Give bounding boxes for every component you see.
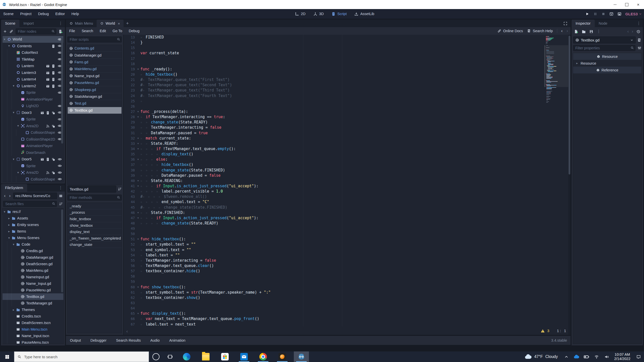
filter-nodes-input[interactable] [16,28,56,34]
breadcrumb[interactable]: res://Menu Scenes/Co [13,193,57,199]
sig-badge-icon[interactable] [46,170,50,175]
clap-badge-icon[interactable] [46,84,50,88]
taskbar-flstudio-button[interactable] [273,351,292,362]
fs-item-credits-tscn[interactable]: Credits.tscn [3,313,63,320]
grp-badge-icon[interactable] [51,110,55,115]
instance-scene-button[interactable] [9,29,13,33]
method-item--on-Tween-tween-completed[interactable]: _on_Tween_tween_completed [68,235,122,242]
sig-badge-icon[interactable] [46,124,50,128]
edited-object-selector[interactable]: TextBox.gd [573,36,636,43]
fold-arrow[interactable]: ▼ [136,285,140,290]
scene-node-lantern[interactable]: Lantern [3,63,63,69]
fold-arrow[interactable]: ▼ [136,215,140,221]
panel-menu-icon[interactable]: ⋮ [637,20,643,27]
clap-badge-icon[interactable] [46,64,50,68]
fs-item-entity-scenes[interactable]: ►Entity scenes [3,221,63,228]
taskbar-explorer-button[interactable] [196,351,215,362]
close-tab-icon[interactable]: × [118,21,120,26]
taskbar-edge-button[interactable] [177,351,196,362]
history-forward-button[interactable]: › [8,193,12,198]
clap-badge-icon[interactable] [40,157,44,161]
scene-node-doorsmash[interactable]: DoorSmash [3,149,63,156]
panel-menu-icon[interactable]: ⋮ [59,20,65,27]
property-section-resource[interactable]: ►Resource [573,60,641,67]
expander-icon[interactable]: ▼ [12,84,16,87]
distraction-free-icon[interactable] [563,21,568,26]
tab-filesystem[interactable]: FileSystem [1,184,27,192]
script-menu-debug[interactable]: Debug [126,29,143,33]
sort-methods-button[interactable] [118,187,122,191]
edit-back-button[interactable]: ‹ [627,29,629,34]
bottom-tab-search-results[interactable]: Search Results [116,338,141,342]
close-button[interactable]: × [632,0,644,9]
taskbar-store-button[interactable] [215,351,234,362]
inspector-tools-button[interactable] [637,46,641,50]
scene-node-door3[interactable]: ▼Door3 [3,109,63,116]
open-docs-button[interactable] [637,38,641,42]
script-item-mainmenu-gd[interactable]: MainMenu.gd [68,66,122,72]
code-editor[interactable]: 13»FINISHED14}1516var current_state17181… [124,35,571,335]
filter-properties-input[interactable] [573,45,635,51]
search-help-button[interactable]: Search Help [527,29,553,33]
fs-item-assets[interactable]: ►Assets [3,215,63,221]
fold-arrow[interactable]: ▼ [136,146,140,152]
clap-badge-icon[interactable] [40,110,44,115]
taskbar-weather[interactable]: 47°FCloudy [521,353,561,360]
script-item-farro-gd[interactable]: Farro.gd [68,59,122,66]
scene-node-sprite[interactable]: Sprite [3,116,63,123]
taskbar-search[interactable]: Type here to search [14,351,149,362]
history-back-button[interactable]: ‹ [3,193,7,198]
fs-item-pausemenu-gd[interactable]: PauseMenu.gd [3,287,63,293]
scene-node-area2d[interactable]: ▼Area2D [3,169,63,176]
fold-arrow[interactable]: ▼ [136,67,140,72]
load-resource-button[interactable] [582,29,586,34]
grp-badge-icon[interactable] [51,157,55,161]
visibility-toggle[interactable] [57,164,62,168]
pause-button[interactable] [593,12,597,16]
fold-arrow[interactable]: ▼ [136,237,140,242]
fs-item-name-input-tscn[interactable]: Name_Input.tscn [3,333,63,339]
scripts-panel-toggle-icon[interactable]: ‹ [126,329,128,334]
edit-forward-button[interactable]: › [632,29,633,34]
play-scene-button[interactable] [609,12,614,16]
fold-arrow[interactable]: ▼ [136,157,140,162]
expander-icon[interactable]: ► [7,217,11,220]
expander-icon[interactable]: ▼ [3,38,7,41]
menu-scene[interactable]: Scene [0,12,17,16]
taskbar-mail-button[interactable] [234,351,254,362]
fs-item-res-[interactable]: ▼res:// [3,208,63,215]
visibility-toggle[interactable] [57,177,62,181]
script-menu-go-to[interactable]: Go To [109,29,125,33]
taskbar-godot-button[interactable] [294,351,309,362]
grp-badge-icon[interactable] [51,170,55,175]
save-resource-button[interactable] [589,29,593,34]
workspace-script[interactable]: Script [331,12,347,16]
bottom-tab-audio[interactable]: Audio [150,338,160,342]
scr-badge-icon[interactable] [51,64,55,68]
fs-item-items[interactable]: ►Items [3,228,63,235]
clap-badge-icon[interactable] [46,77,50,81]
method-item-change-state[interactable]: change_state [68,242,122,248]
filesystem-scrollbar[interactable] [61,209,63,292]
bottom-tab-debugger[interactable]: Debugger [91,338,107,342]
expander-icon[interactable]: ► [575,62,579,65]
scene-tab-main-menu[interactable]: Main Menu [66,20,97,27]
workspace-3d[interactable]: 3D [313,12,324,16]
scene-node-area2d[interactable]: ▼Area2D [3,123,63,129]
filter-methods-input[interactable] [67,195,122,201]
workspace-assetlib[interactable]: AssetLib [354,12,374,16]
expander-icon[interactable]: ▼ [12,111,16,114]
fold-arrow[interactable]: ▼ [136,184,140,189]
script-menu-edit[interactable]: Edit [96,29,109,33]
fs-item-deathscreen-gd[interactable]: DeathScreen.gd [3,261,63,267]
filter-scripts-input[interactable] [67,36,122,42]
fold-arrow[interactable]: ▼ [136,178,140,184]
tab-scene[interactable]: Scene [1,20,19,27]
scene-tab-world[interactable]: World× [97,20,124,27]
show-hidden-icons-button[interactable] [561,354,571,359]
add-node-button[interactable] [3,29,7,33]
scene-node-lantern4[interactable]: Lantern4 [3,76,63,83]
play-button[interactable] [585,12,589,16]
scr-badge-icon[interactable] [51,84,55,88]
fs-item-code[interactable]: ▼Code [3,241,63,248]
